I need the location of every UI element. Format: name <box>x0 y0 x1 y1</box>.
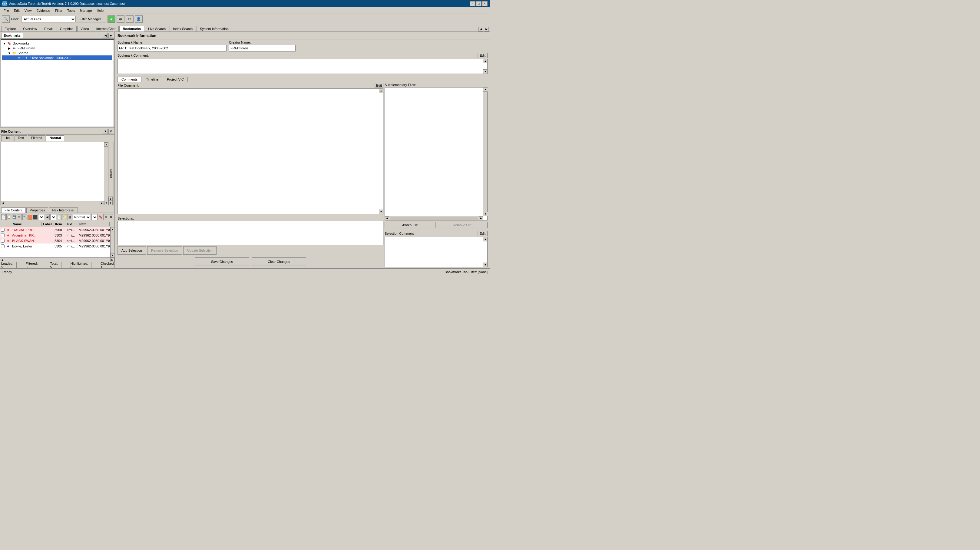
file-scroll-down[interactable]: ▼ <box>111 253 115 258</box>
content-tab-filtered[interactable]: Filtered <box>28 135 46 141</box>
scroll-left[interactable]: ◀ <box>1 201 5 205</box>
tree-item-fred-foren[interactable]: ▶ ✏ FRED\foren <box>2 46 112 51</box>
fl-bookmark-icon[interactable]: 🔖 <box>98 214 103 220</box>
tab-index-search[interactable]: Index Search <box>170 26 196 32</box>
fl-btn-7[interactable]: 📄 <box>57 214 62 220</box>
supp-scroll-up[interactable]: ▲ <box>483 87 488 92</box>
selection-comment-edit-btn[interactable]: Edit <box>477 231 488 236</box>
fl-dropdown1[interactable]: ▼ <box>38 214 44 220</box>
toolbar-person-btn[interactable]: 👤 <box>135 16 143 23</box>
content-tab-natural[interactable]: Natural <box>46 135 64 141</box>
menu-manage[interactable]: Manage <box>78 8 94 13</box>
content-arrow-down2[interactable]: ▼ <box>108 201 113 205</box>
comment-scroll-down[interactable]: ▼ <box>483 69 487 73</box>
right-tab-timeline[interactable]: Timeline <box>142 76 162 82</box>
tab-bookmarks[interactable]: Bookmarks <box>119 26 144 32</box>
file-list-scroll-left[interactable]: ◀ <box>0 258 4 262</box>
table-row[interactable]: ◆ BLACK SWAN ... 3304 <mi... M29962-0030… <box>0 238 115 243</box>
update-selection-button[interactable]: Update Selection <box>183 246 216 255</box>
maximize-button[interactable]: □ <box>476 1 482 6</box>
menu-help[interactable]: Help <box>94 8 106 13</box>
tab-email[interactable]: Email <box>41 26 56 32</box>
bookmark-name-input[interactable] <box>118 45 226 51</box>
panel-nav-left[interactable]: ◀ <box>103 33 108 38</box>
minimize-button[interactable]: − <box>470 1 476 6</box>
tree-item-bookmark1[interactable]: ✏ ER 1: Test Bookmark, 2000-2002 <box>2 56 112 60</box>
tree-item-bookmarks-root[interactable]: ▼ 🔖 Bookmarks <box>2 41 112 46</box>
tab-file-content[interactable]: File Content <box>1 207 26 213</box>
panel-nav-right[interactable]: ▶ <box>108 33 113 38</box>
comment-scroll-up[interactable]: ▲ <box>483 59 487 63</box>
file-comment-edit-btn[interactable]: Edit <box>375 83 383 88</box>
expand-fred-foren[interactable]: ▶ <box>7 47 12 50</box>
toolbar-icon-btn[interactable]: 🔍 <box>2 16 10 23</box>
right-tab-comments[interactable]: Comments <box>118 76 142 82</box>
sel-comment-scroll-up[interactable]: ▲ <box>483 237 487 242</box>
file-list-scroll-right[interactable]: ▶ <box>110 258 115 262</box>
toolbar-green-btn[interactable]: ● <box>108 16 115 23</box>
tabs-nav-left[interactable]: ◀ <box>479 27 483 32</box>
filter-dropdown[interactable]: Actual Files All Files Deleted Files <box>21 16 76 22</box>
panel-tab-bookmarks[interactable]: Bookmarks <box>1 33 23 38</box>
fl-btn-x[interactable]: ✕ <box>103 214 108 220</box>
fl-btn-color1[interactable] <box>27 215 32 219</box>
menu-file[interactable]: File <box>1 8 11 13</box>
menu-view[interactable]: View <box>22 8 34 13</box>
supp-scroll-down[interactable]: ▼ <box>483 212 488 216</box>
scroll-down[interactable]: ▼ <box>104 201 108 205</box>
tab-live-search[interactable]: Live Search <box>145 26 169 32</box>
filter-manager-button[interactable]: Filter Manager... <box>77 16 106 22</box>
fl-btn-8[interactable]: 📁 <box>62 214 67 220</box>
col-path[interactable]: Path <box>78 222 110 226</box>
remove-file-button[interactable]: Remove File <box>437 222 488 228</box>
fl-btn-4[interactable]: ✏ <box>17 214 22 220</box>
fl-normal-dropdown2[interactable]: ▼ <box>91 214 97 220</box>
save-changes-button[interactable]: Save Changes <box>195 258 249 266</box>
tree-item-shared[interactable]: ▼ 📁 Shared <box>2 51 112 56</box>
remove-selection-button[interactable]: Remove Selection <box>147 246 182 255</box>
fl-btn-6[interactable]: ◀ <box>45 214 49 220</box>
file-comment-scroll-up[interactable]: ▲ <box>379 89 383 93</box>
file-scroll-up[interactable]: ▲ <box>111 227 115 231</box>
col-item[interactable]: Item... <box>54 222 66 226</box>
menu-edit[interactable]: Edit <box>11 8 22 13</box>
fl-btn-3[interactable]: 💾 <box>12 214 16 220</box>
tab-hex-interpreter[interactable]: Hex Interpreter <box>49 207 78 213</box>
fl-normal-dropdown[interactable]: Normal <box>73 214 91 220</box>
row-checkbox-4[interactable] <box>1 245 5 248</box>
menu-tools[interactable]: Tools <box>65 8 78 13</box>
supp-scroll-left[interactable]: ◀ <box>385 216 389 221</box>
sel-comment-scroll-down[interactable]: ▼ <box>483 262 487 267</box>
clear-changes-button[interactable]: Clear Changes <box>252 258 306 266</box>
tab-graphics[interactable]: Graphics <box>57 26 76 32</box>
fl-btn-gear[interactable]: ⚙ <box>109 214 113 220</box>
menu-evidence[interactable]: Evidence <box>34 8 52 13</box>
tabs-nav-right[interactable]: ▶ <box>484 27 489 32</box>
col-name[interactable]: Name <box>11 222 42 226</box>
toolbar-square-btn[interactable]: □ <box>126 16 134 23</box>
expand-bookmarks-root[interactable]: ▼ <box>2 42 7 45</box>
table-row[interactable]: ◆ Argentina _KR... 3303 <mi... M29962-00… <box>0 233 115 238</box>
content-arrow-up2[interactable]: ▲ <box>108 197 113 201</box>
tab-internet-chat[interactable]: Internet/Chat <box>93 26 119 32</box>
fl-btn-1[interactable]: 📄 <box>1 214 6 220</box>
file-content-dropdown[interactable]: ▼ <box>103 129 108 134</box>
row-checkbox-3[interactable] <box>1 239 5 243</box>
fl-btn-2[interactable]: 📋 <box>6 214 11 220</box>
creator-name-input[interactable] <box>229 45 296 51</box>
attach-file-button[interactable]: Attach File <box>385 222 436 228</box>
menu-filter[interactable]: Filter <box>53 8 65 13</box>
add-selection-button[interactable]: Add Selection <box>118 246 146 255</box>
content-tab-hex[interactable]: Hex <box>1 135 14 141</box>
tab-system-information[interactable]: System Information <box>197 26 232 32</box>
right-tab-project-vic[interactable]: Project VIC <box>163 76 188 82</box>
toolbar-crosshair-btn[interactable]: ⊕ <box>116 16 124 23</box>
fl-btn-9[interactable]: ▦ <box>68 214 72 220</box>
fl-btn-5[interactable]: 🔧 <box>22 214 27 220</box>
scroll-up[interactable]: ▲ <box>104 142 108 146</box>
fl-dropdown2[interactable]: ▼ <box>50 214 56 220</box>
scroll-right[interactable]: ▶ <box>100 201 104 205</box>
row-checkbox-1[interactable] <box>1 228 5 232</box>
expand-shared[interactable]: ▼ <box>7 51 12 55</box>
row-checkbox-2[interactable] <box>1 234 5 237</box>
